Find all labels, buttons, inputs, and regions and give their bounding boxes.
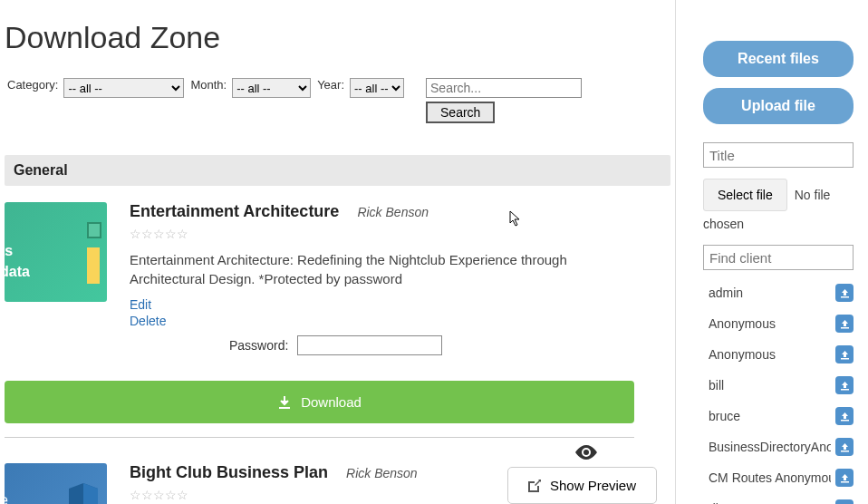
- file-title: Entertainment Architecture: [130, 202, 339, 221]
- file-thumbnail: ts data: [5, 202, 107, 302]
- show-preview-label: Show Preview: [550, 478, 636, 493]
- file-item: e stem Bight Club Business Plan Rick Ben…: [5, 447, 670, 504]
- find-client-input[interactable]: [703, 245, 854, 270]
- client-row: bill: [703, 370, 854, 401]
- download-label: Download: [301, 394, 362, 410]
- category-label: Category:: [7, 78, 58, 92]
- thumb-text: e: [5, 492, 8, 504]
- search-input[interactable]: [426, 78, 582, 98]
- chosen-label: chosen: [703, 217, 856, 231]
- client-row: Anonymous: [703, 339, 854, 370]
- thumb-shape: [87, 222, 101, 238]
- file-item: ts data Entertainment Architecture Rick …: [5, 186, 670, 355]
- client-name: BusinessDirectoryAnonymous: [709, 440, 831, 454]
- file-title: Bight Club Business Plan: [130, 463, 328, 482]
- thumb-text: data: [5, 264, 30, 280]
- file-author: Rick Benson: [357, 205, 429, 219]
- select-file-button[interactable]: Select file: [703, 179, 787, 211]
- year-select[interactable]: -- all --: [350, 78, 404, 98]
- svg-point-0: [583, 450, 589, 455]
- section-header-general: General: [5, 155, 670, 186]
- upload-icon[interactable]: [835, 438, 854, 456]
- month-label: Month:: [190, 78, 227, 92]
- thumb-shape: [87, 247, 100, 284]
- upload-icon[interactable]: [835, 407, 854, 425]
- upload-file-button[interactable]: Upload file: [703, 88, 854, 124]
- divider: [5, 437, 634, 438]
- download-icon: [277, 395, 292, 410]
- month-select[interactable]: -- all --: [232, 78, 311, 98]
- upload-icon[interactable]: [835, 284, 854, 302]
- show-preview-button[interactable]: Show Preview: [507, 467, 657, 504]
- page-title: Download Zone: [5, 20, 670, 55]
- edit-link[interactable]: Edit: [130, 297, 670, 312]
- recent-files-button[interactable]: Recent files: [703, 41, 854, 77]
- password-label: Password:: [229, 338, 288, 353]
- external-link-icon: [528, 480, 541, 492]
- title-input[interactable]: [703, 142, 854, 168]
- client-name: Anonymous: [709, 316, 776, 331]
- star-rating[interactable]: ☆☆☆☆☆: [130, 227, 670, 241]
- upload-icon[interactable]: [835, 376, 854, 394]
- file-description: Entertainment Architecture: Redefining t…: [130, 250, 637, 288]
- client-row: bruce: [703, 401, 854, 431]
- client-row: Anonymous: [703, 308, 854, 339]
- upload-icon[interactable]: [835, 345, 854, 363]
- delete-link[interactable]: Delete: [130, 314, 670, 328]
- shield-icon: [65, 481, 101, 504]
- category-select[interactable]: -- all --: [63, 78, 184, 98]
- filter-bar: Category: -- all -- Month: -- all -- Yea…: [5, 78, 670, 123]
- upload-icon[interactable]: [835, 469, 854, 487]
- search-button[interactable]: Search: [426, 102, 495, 123]
- client-name: Anonymous: [709, 347, 776, 362]
- client-row: CM Routes Anonymous: [703, 462, 854, 493]
- eye-icon: [574, 445, 598, 462]
- client-row: BusinessDirectoryAnonymous: [703, 431, 854, 462]
- client-name: bruce: [709, 409, 740, 423]
- client-name: bill: [709, 378, 724, 393]
- download-button[interactable]: Download: [5, 381, 634, 423]
- client-row: dimas: [703, 493, 854, 504]
- no-file-label: No file: [795, 188, 831, 202]
- file-author: Rick Benson: [346, 466, 418, 480]
- client-row: admin: [703, 277, 854, 308]
- client-name: CM Routes Anonymous: [709, 470, 831, 485]
- password-input[interactable]: [297, 335, 442, 355]
- file-thumbnail: e stem: [5, 463, 107, 504]
- client-name: admin: [709, 286, 743, 300]
- year-label: Year:: [317, 78, 344, 92]
- client-list: admin Anonymous Anonymous bill bruce Bus…: [703, 277, 856, 504]
- thumb-text: ts: [5, 243, 13, 259]
- upload-icon[interactable]: [835, 315, 854, 333]
- upload-icon[interactable]: [835, 499, 854, 504]
